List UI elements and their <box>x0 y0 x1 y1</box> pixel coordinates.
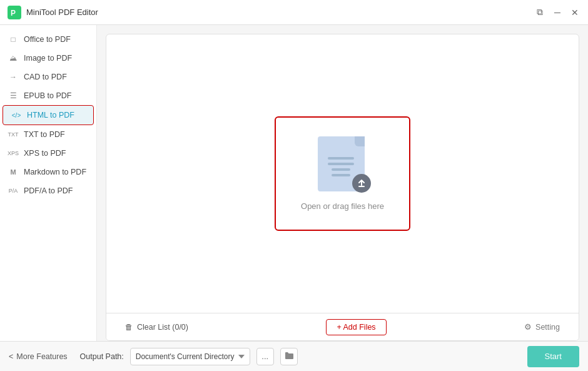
cad-icon: → <box>8 73 19 81</box>
minimize-button[interactable]: ─ <box>552 7 563 18</box>
drop-zone[interactable]: Open or drag files here <box>106 34 579 313</box>
folder-icon <box>285 352 293 361</box>
pdfa-icon: P/A <box>8 188 19 194</box>
file-toolbar: 🗑 Clear List (0/0) + Add Files ⚙ Setting <box>106 313 579 340</box>
drop-zone-inner: Open or drag files here <box>275 116 410 231</box>
markdown-icon: M <box>8 168 19 176</box>
drop-icon-container <box>315 136 371 193</box>
setting-button[interactable]: ⚙ Setting <box>518 319 566 335</box>
title-bar: P MiniTool PDF Editor ⧉ ─ ✕ <box>0 0 588 25</box>
app-title: MiniTool PDF Editor <box>26 8 534 17</box>
sidebar-label-pdfa-to-pdf: PDF/A to PDF <box>24 186 73 195</box>
output-path-select[interactable]: Document's Current Directory Custom Dire… <box>130 348 250 365</box>
doc-line-4 <box>332 174 350 176</box>
sidebar-item-office-to-pdf[interactable]: □ Office to PDF <box>0 30 96 49</box>
add-files-label: + Add Files <box>337 323 375 332</box>
setting-label: Setting <box>535 323 560 332</box>
svg-text:P: P <box>11 9 16 18</box>
clear-list-label: Clear List (0/0) <box>137 323 188 332</box>
sidebar-item-image-to-pdf[interactable]: ⛰ Image to PDF <box>0 49 96 68</box>
app-logo: P <box>8 6 21 19</box>
sidebar-label-image-to-pdf: Image to PDF <box>24 54 72 63</box>
html-icon: </> <box>11 112 22 119</box>
browse-button[interactable]: ... <box>256 348 274 365</box>
drop-zone-label: Open or drag files here <box>301 201 384 211</box>
office-icon: □ <box>8 35 19 44</box>
output-path-label: Output Path: <box>80 352 124 361</box>
txt-icon: TXT <box>8 131 19 138</box>
sidebar-item-txt-to-pdf[interactable]: TXT TXT to PDF <box>0 125 96 144</box>
epub-icon: ☰ <box>8 91 19 100</box>
main-layout: □ Office to PDF ⛰ Image to PDF → CAD to … <box>0 25 588 341</box>
restore-button[interactable]: ⧉ <box>534 7 545 18</box>
sidebar-item-xps-to-pdf[interactable]: XPS XPS to PDF <box>0 144 96 163</box>
sidebar-item-cad-to-pdf[interactable]: → CAD to PDF <box>0 68 96 86</box>
sidebar: □ Office to PDF ⛰ Image to PDF → CAD to … <box>0 25 97 341</box>
sidebar-label-office-to-pdf: Office to PDF <box>24 35 71 44</box>
start-button[interactable]: Start <box>527 346 579 367</box>
add-files-button[interactable]: + Add Files <box>326 319 386 335</box>
ellipsis-icon: ... <box>261 352 268 361</box>
sidebar-item-html-to-pdf[interactable]: </> HTML to PDF <box>3 105 94 125</box>
content-area: Open or drag files here 🗑 Clear List (0/… <box>97 25 588 341</box>
more-features-label: More Features <box>16 352 67 361</box>
folder-button[interactable] <box>280 348 298 365</box>
xps-icon: XPS <box>8 150 19 156</box>
upload-arrow-icon <box>352 174 371 193</box>
trash-icon: 🗑 <box>125 323 133 332</box>
drop-zone-wrapper: Open or drag files here 🗑 Clear List (0/… <box>106 34 579 341</box>
more-features-button[interactable]: < More Features <box>9 352 68 361</box>
doc-line-2 <box>328 163 354 165</box>
sidebar-label-epub-to-pdf: EPUB to PDF <box>24 91 71 100</box>
sidebar-item-markdown-to-pdf[interactable]: M Markdown to PDF <box>0 163 96 181</box>
sidebar-label-xps-to-pdf: XPS to PDF <box>24 149 66 158</box>
image-icon: ⛰ <box>8 54 19 63</box>
doc-line-1 <box>328 157 354 160</box>
sidebar-item-epub-to-pdf[interactable]: ☰ EPUB to PDF <box>0 86 96 105</box>
footer: < More Features Output Path: Document's … <box>0 341 588 371</box>
close-button[interactable]: ✕ <box>569 7 580 18</box>
setting-icon: ⚙ <box>524 322 532 332</box>
chevron-left-icon: < <box>9 352 13 361</box>
window-controls: ⧉ ─ ✕ <box>534 7 580 18</box>
clear-list-button[interactable]: 🗑 Clear List (0/0) <box>119 320 195 335</box>
sidebar-item-pdfa-to-pdf[interactable]: P/A PDF/A to PDF <box>0 181 96 200</box>
sidebar-label-cad-to-pdf: CAD to PDF <box>24 73 67 81</box>
sidebar-label-txt-to-pdf: TXT to PDF <box>24 130 65 139</box>
sidebar-label-html-to-pdf: HTML to PDF <box>27 111 74 119</box>
sidebar-label-markdown-to-pdf: Markdown to PDF <box>24 168 86 176</box>
doc-line-3 <box>332 168 350 171</box>
